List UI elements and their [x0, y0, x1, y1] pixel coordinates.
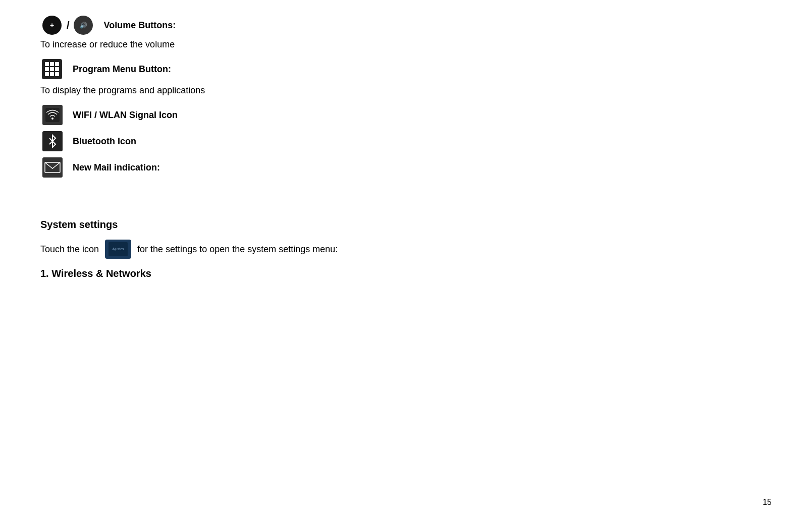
- program-menu-description: To display the programs and applications: [40, 85, 772, 96]
- wireless-networks-heading: 1. Wireless & Networks: [40, 268, 772, 279]
- touch-icon-row: Touch the icon Ajustes for the settings …: [40, 240, 772, 259]
- bluetooth-icon: [40, 131, 65, 151]
- program-menu-icon: [40, 59, 65, 79]
- volume-buttons-row: + / 🔊 Volume Buttons:: [40, 15, 772, 35]
- program-menu-row: Program Menu Button:: [40, 59, 772, 79]
- mail-icon: [40, 157, 65, 178]
- svg-text:🔊: 🔊: [79, 21, 87, 29]
- wifi-icon: [40, 105, 65, 125]
- volume-down-icon: 🔊: [72, 15, 96, 35]
- new-mail-label: New Mail indication:: [73, 162, 160, 173]
- system-settings-heading: System settings: [40, 219, 772, 231]
- program-menu-label: Program Menu Button:: [73, 64, 171, 75]
- svg-point-5: [51, 118, 53, 120]
- settings-icon-inline: Ajustes: [103, 240, 133, 259]
- slash-separator: /: [67, 20, 70, 31]
- touch-suffix-text: for the settings to open the system sett…: [137, 244, 338, 255]
- wifi-label: WIFI / WLAN Signal Icon: [73, 110, 178, 121]
- bluetooth-row: Bluetooth Icon: [40, 131, 772, 151]
- page-number: 15: [763, 498, 772, 507]
- volume-buttons-label: Volume Buttons:: [104, 20, 176, 31]
- bluetooth-label: Bluetooth Icon: [73, 136, 136, 147]
- volume-up-icon: +: [40, 15, 65, 35]
- volume-description: To increase or reduce the volume: [40, 39, 772, 50]
- wifi-row: WIFI / WLAN Signal Icon: [40, 105, 772, 125]
- touch-prefix-text: Touch the icon: [40, 244, 99, 255]
- svg-text:+: +: [50, 21, 54, 29]
- new-mail-row: New Mail indication:: [40, 157, 772, 178]
